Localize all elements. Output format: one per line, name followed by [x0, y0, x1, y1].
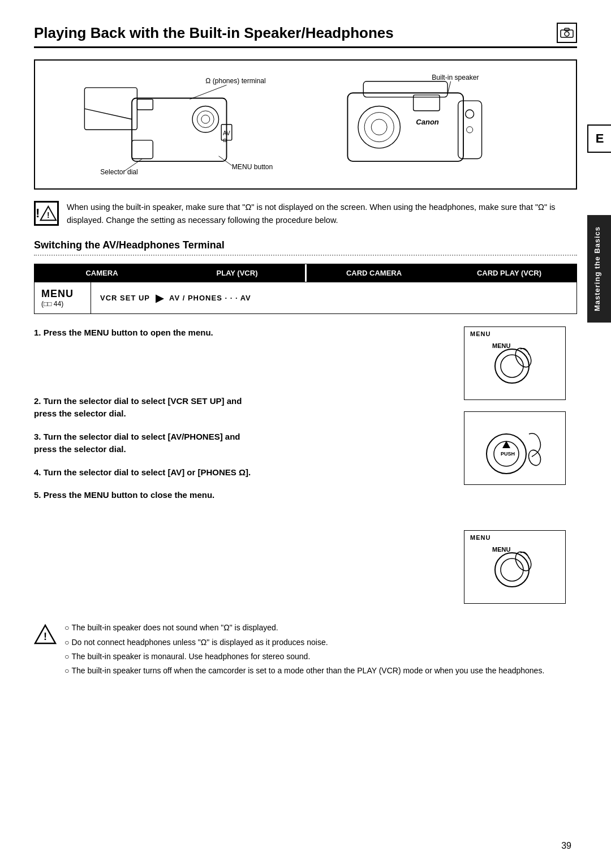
svg-text:Canon: Canon [416, 118, 439, 126]
warning-box-1: ! When using the built-in speaker, make … [34, 201, 577, 227]
tab-card-camera[interactable]: CARD CAMERA [307, 264, 442, 282]
camera-illustration: Selector dial Ω (phones) terminal MENU b… [46, 72, 565, 177]
svg-text:MENU: MENU [492, 342, 510, 349]
svg-text:!: ! [44, 631, 47, 642]
svg-text:!: ! [47, 211, 50, 220]
selector-dial-illustration: PUSH [475, 417, 554, 479]
svg-text:Ω (phones) terminal: Ω (phones) terminal [205, 77, 265, 85]
svg-point-8 [201, 115, 210, 123]
step-2-image: PUSH [464, 411, 566, 485]
step-5: 5. Press the MENU button to close the me… [34, 489, 447, 502]
step-5-image: MENU MENU [464, 530, 566, 604]
step-1-image: MENU MENU [464, 326, 566, 400]
note-2: ○Do not connect headphones unless "Ω" is… [64, 635, 544, 650]
bottom-warning-icon: ! [34, 623, 57, 648]
svg-point-35 [501, 355, 523, 377]
svg-text:Selector dial: Selector dial [100, 168, 137, 176]
step-5-text: Press the MENU button to close the menu. [44, 490, 215, 500]
menu-row: MENU (□□ 44) VCR SET UP ▶ AV / PHONES · … [34, 282, 577, 314]
steps-images: MENU MENU PUSH [464, 326, 577, 604]
step-2-number: 2. [34, 396, 41, 406]
svg-point-43 [495, 553, 529, 587]
mode-tabs-bar: CAMERA PLAY (VCR) CARD CAMERA CARD PLAY … [34, 264, 577, 282]
e-tab-label: E [596, 131, 604, 145]
step-4: 4. Turn the selector dial to select [AV]… [34, 466, 447, 479]
step-3: 3. Turn the selector dial to select [AV/… [34, 431, 447, 456]
menu-page-ref: (□□ 44) [41, 300, 84, 308]
note-1: ○The built-in speaker does not sound whe… [64, 621, 544, 635]
svg-rect-10 [132, 140, 153, 159]
warning-text-1: When using the built-in speaker, make su… [67, 201, 577, 227]
svg-text:Ω: Ω [223, 137, 227, 143]
svg-text:Built-in speaker: Built-in speaker [432, 74, 479, 81]
menu-press-illustration-1: MENU [481, 338, 549, 389]
bottom-warning: ! ○The built-in speaker does not sound w… [34, 621, 577, 678]
note-4: ○The built-in speaker turns off when the… [64, 664, 544, 678]
svg-text:MENU button: MENU button [232, 163, 273, 171]
bottom-warning-text: ○The built-in speaker does not sound whe… [64, 621, 544, 678]
step-4-text: Turn the selector dial to select [AV] or… [44, 467, 251, 477]
steps-area: 1. Press the MENU button to open the men… [34, 326, 577, 604]
camera-icon [557, 23, 577, 43]
step-1-image-label: MENU [470, 330, 490, 337]
svg-point-1 [565, 32, 569, 36]
svg-line-16 [219, 156, 232, 166]
camera-diagram: Selector dial Ω (phones) terminal MENU b… [34, 59, 577, 190]
svg-line-14 [190, 85, 226, 99]
note-3: ○The built-in speaker is monaural. Use h… [64, 650, 544, 664]
step-1-spacer [34, 350, 447, 395]
svg-point-30 [466, 110, 474, 118]
tab-card-play-vcr[interactable]: CARD PLAY (VCR) [442, 264, 576, 282]
step-3-text: Turn the selector dial to select [AV/PHO… [34, 432, 240, 454]
svg-text:MENU: MENU [492, 546, 510, 553]
svg-point-22 [364, 113, 394, 142]
step-1-number: 1. [34, 328, 41, 337]
steps-text: 1. Press the MENU button to open the men… [34, 326, 447, 604]
sidebar-label: Mastering the Basics [593, 226, 601, 311]
step-2-text: Turn the selector dial to select [VCR SE… [34, 396, 242, 419]
svg-rect-4 [84, 88, 137, 130]
title-text: Playing Back with the Built-in Speaker/H… [34, 24, 394, 42]
section-tab-e: E [587, 124, 611, 153]
warning-icon-1: ! [34, 201, 59, 226]
svg-text:AV: AV [223, 130, 230, 136]
sidebar-chapter-tab: Mastering the Basics [587, 215, 611, 323]
svg-rect-9 [137, 99, 153, 110]
svg-rect-20 [347, 93, 463, 161]
svg-point-6 [192, 106, 219, 132]
menu-arrow: ▶ [156, 292, 163, 304]
step-3-number: 3. [34, 432, 41, 441]
svg-point-42 [527, 449, 543, 467]
svg-point-34 [495, 349, 529, 383]
step-5-number: 5. [34, 490, 41, 500]
svg-point-44 [501, 558, 523, 581]
step-1-text: Press the MENU button to open the menu. [44, 328, 213, 337]
menu-label: MENU [41, 288, 84, 300]
menu-setting: VCR SET UP [100, 294, 150, 302]
svg-text:PUSH: PUSH [501, 451, 515, 457]
page-title: Playing Back with the Built-in Speaker/H… [34, 23, 577, 48]
step-2: 2. Turn the selector dial to select [VCR… [34, 395, 447, 420]
tab-camera[interactable]: CAMERA [35, 264, 170, 282]
menu-content-cell: VCR SET UP ▶ AV / PHONES · · · AV [91, 282, 576, 313]
svg-point-31 [467, 127, 473, 133]
svg-point-7 [197, 111, 214, 128]
svg-point-23 [371, 119, 387, 135]
svg-line-5 [84, 109, 132, 119]
menu-press-illustration-2: MENU [481, 542, 549, 592]
svg-line-27 [448, 81, 451, 94]
menu-label-cell: MENU (□□ 44) [35, 282, 91, 313]
page-number: 39 [561, 841, 571, 851]
menu-value: AV / PHONES · · · AV [169, 294, 251, 302]
tab-play-vcr[interactable]: PLAY (VCR) [170, 264, 305, 282]
step-1: 1. Press the MENU button to open the men… [34, 326, 447, 340]
section-heading: Switching the AV/Headphones Terminal [34, 239, 577, 256]
svg-rect-2 [565, 28, 569, 31]
step-4-number: 4. [34, 467, 41, 477]
step-5-image-label: MENU [470, 534, 490, 541]
